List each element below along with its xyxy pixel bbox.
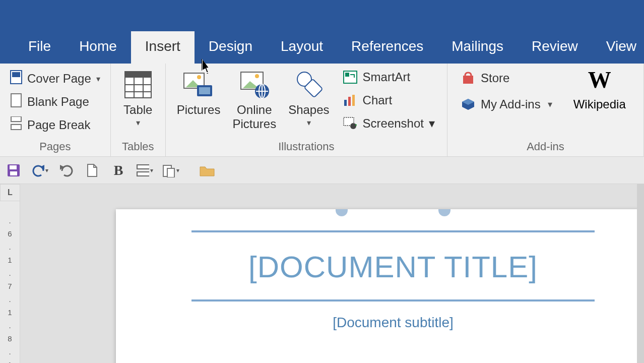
page-break-icon	[10, 116, 23, 134]
ruler-corner: L	[0, 184, 20, 201]
group-illustrations: Pictures Online Pictures Shapes ▾	[166, 64, 447, 156]
tab-view[interactable]: View	[592, 31, 644, 64]
wikipedia-icon: W	[588, 67, 611, 93]
online-pictures-button[interactable]: Online Pictures	[226, 67, 282, 131]
group-tables: Table ▾ Tables	[111, 64, 166, 156]
ruler-tick: .	[9, 269, 11, 277]
svg-rect-2	[11, 94, 21, 107]
ribbon: Cover Page ▾ Blank Page Page Break Page	[0, 64, 644, 157]
tab-insert[interactable]: Insert	[131, 31, 195, 64]
page-break-label: Page Break	[27, 118, 90, 132]
screenshot-icon	[343, 116, 358, 131]
screenshot-label: Screenshot	[363, 116, 424, 131]
header-handle-marks	[116, 209, 644, 216]
smartart-label: SmartArt	[363, 70, 411, 84]
group-addins: Store My Add-ins ▾ W Wikipedia Add-ins	[447, 64, 644, 156]
group-pages-label: Pages	[5, 137, 105, 156]
ruler-tick: 7	[8, 282, 12, 290]
svg-rect-4	[11, 125, 21, 130]
svg-rect-27	[352, 95, 355, 106]
chevron-down-icon: ▾	[96, 74, 100, 84]
svg-rect-37	[10, 171, 17, 175]
blank-page-icon	[10, 93, 23, 110]
wikipedia-label: Wikipedia	[573, 97, 626, 111]
pictures-icon	[182, 69, 215, 101]
svg-rect-41	[137, 172, 149, 176]
ruler-tick: 1	[8, 360, 12, 363]
quick-access-toolbar: ▾ B ▾ ▾	[0, 157, 644, 184]
ruler-tick: .	[9, 347, 11, 356]
svg-rect-31	[356, 124, 356, 126]
ruler-tick: 6	[8, 229, 12, 238]
store-button[interactable]: Store	[457, 69, 556, 88]
svg-rect-3	[11, 116, 21, 122]
group-tables-label: Tables	[116, 137, 160, 156]
document-page[interactable]: [DOCUMENT TITLE] [Document subtitle]	[116, 209, 644, 363]
cover-page-icon	[10, 70, 23, 87]
redo-button[interactable]	[57, 162, 75, 179]
vertical-ruler[interactable]: .6.1.7.1.8.1.9	[0, 201, 20, 363]
bold-button[interactable]: B	[110, 162, 127, 179]
table-icon	[122, 69, 154, 101]
shapes-icon	[293, 69, 325, 101]
tab-home[interactable]: Home	[65, 31, 131, 64]
shapes-button[interactable]: Shapes ▾	[282, 67, 335, 128]
ruler-tick: .	[9, 295, 11, 304]
svg-rect-36	[10, 165, 17, 169]
new-document-button[interactable]	[84, 162, 101, 179]
svg-rect-32	[463, 76, 473, 84]
title-bar	[0, 0, 644, 5]
cover-page-label: Cover Page	[27, 72, 91, 86]
document-subtitle-placeholder[interactable]: [Document subtitle]	[116, 301, 644, 337]
save-button[interactable]	[5, 162, 22, 179]
table-button[interactable]: Table ▾	[116, 67, 160, 128]
chevron-down-icon: ▾	[307, 118, 311, 128]
svg-rect-1	[12, 72, 20, 77]
svg-point-12	[197, 75, 201, 79]
screenshot-button[interactable]: Screenshot ▾	[339, 114, 439, 133]
svg-rect-43	[167, 168, 174, 177]
chevron-down-icon: ▾	[136, 118, 140, 128]
open-folder-button[interactable]	[199, 162, 216, 179]
tab-review[interactable]: Review	[518, 31, 592, 64]
tab-design[interactable]: Design	[195, 31, 267, 64]
tab-file[interactable]: File	[14, 31, 65, 64]
shapes-label: Shapes	[288, 103, 329, 117]
svg-rect-6	[125, 72, 151, 78]
chart-label: Chart	[363, 93, 393, 107]
vertical-scrollbar[interactable]	[637, 184, 644, 363]
group-pages: Cover Page ▾ Blank Page Page Break Page	[0, 64, 111, 156]
my-addins-icon	[461, 97, 476, 112]
my-addins-button[interactable]: My Add-ins ▾	[457, 95, 556, 114]
ruler-tick: .	[9, 216, 11, 225]
tab-mailings[interactable]: Mailings	[437, 31, 518, 64]
ribbon-tabs: File Home Insert Design Layout Reference…	[0, 5, 644, 64]
online-pictures-icon	[238, 69, 271, 101]
tab-layout[interactable]: Layout	[267, 31, 337, 64]
my-addins-label: My Add-ins	[481, 97, 541, 111]
svg-point-29	[350, 123, 356, 129]
group-illustrations-label: Illustrations	[171, 137, 442, 156]
tab-references[interactable]: References	[337, 31, 437, 64]
svg-point-17	[255, 74, 259, 78]
page-break-button[interactable]: Page Break	[7, 115, 103, 135]
smartart-icon	[343, 70, 358, 85]
blank-page-button[interactable]: Blank Page	[7, 92, 103, 112]
store-icon	[461, 71, 476, 86]
chart-button[interactable]: Chart	[339, 91, 439, 110]
smartart-button[interactable]: SmartArt	[339, 68, 439, 87]
ruler-tick: 8	[8, 334, 12, 343]
svg-rect-24	[345, 73, 349, 77]
document-canvas[interactable]: [DOCUMENT TITLE] [Document subtitle]	[20, 184, 644, 363]
cover-page-button[interactable]: Cover Page ▾	[7, 69, 103, 89]
undo-button[interactable]: ▾	[31, 162, 48, 179]
ruler-tick: 1	[8, 256, 12, 264]
page-width-button[interactable]: ▾	[136, 162, 153, 179]
editor-area: L .6.1.7.1.8.1.9 [DOCUMENT TITLE] [Docum…	[0, 184, 644, 363]
paste-button[interactable]: ▾	[162, 162, 179, 179]
document-title-placeholder[interactable]: [DOCUMENT TITLE]	[116, 232, 644, 299]
store-label: Store	[481, 71, 509, 85]
svg-rect-26	[348, 97, 351, 106]
wikipedia-button[interactable]: W Wikipedia	[567, 67, 632, 111]
pictures-button[interactable]: Pictures	[171, 67, 227, 117]
